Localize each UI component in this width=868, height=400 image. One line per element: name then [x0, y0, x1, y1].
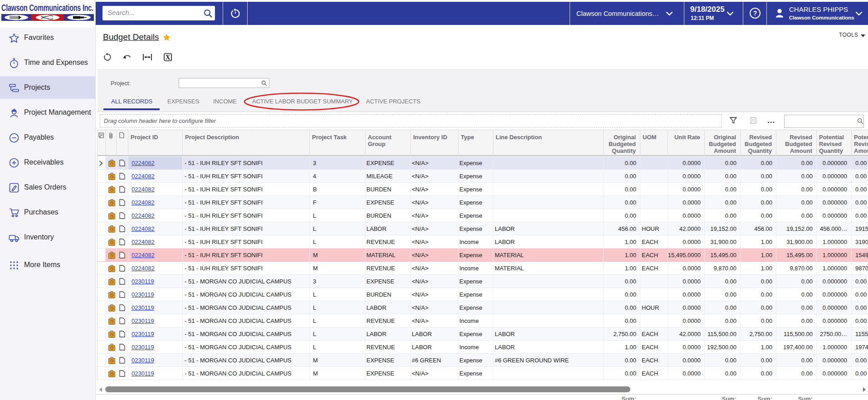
- svg-text:?: ?: [753, 10, 757, 17]
- svg-text:X: X: [166, 54, 170, 61]
